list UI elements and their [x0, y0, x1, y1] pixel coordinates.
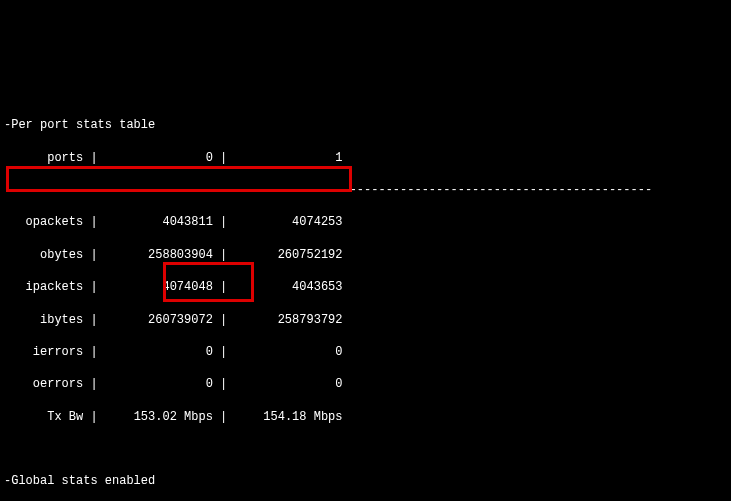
opackets-1: 4074253 [292, 215, 342, 229]
ipackets-label: ipackets [26, 280, 84, 294]
ierrors-label: ierrors [33, 345, 83, 359]
row-txbw: Tx Bw | 153.02 Mbps | 154.18 Mbps [4, 409, 727, 425]
txbw-label: Tx Bw [47, 410, 83, 424]
ierrors-1: 0 [335, 345, 342, 359]
oerrors-label: oerrors [33, 377, 83, 391]
divider: ----------------------------------------… [4, 182, 727, 198]
row-ierrors: ierrors | 0 | 0 [4, 344, 727, 360]
obytes-1: 260752192 [278, 248, 343, 262]
row-ipackets: ipackets | 4074048 | 4043653 [4, 279, 727, 295]
ports-label: ports [47, 151, 83, 165]
txbw-1: 154.18 Mbps [263, 410, 342, 424]
row-oerrors: oerrors | 0 | 0 [4, 376, 727, 392]
port-0-header: 0 [206, 151, 213, 165]
perport-header: ports | 0 | 1 [4, 150, 727, 166]
opackets-label: opackets [26, 215, 84, 229]
ibytes-1: 258793792 [278, 313, 343, 327]
obytes-label: obytes [40, 248, 83, 262]
obytes-0: 258803904 [148, 248, 213, 262]
blank [4, 441, 727, 457]
opackets-0: 4043811 [162, 215, 212, 229]
ipackets-0: 4074048 [162, 280, 212, 294]
txbw-0: 153.02 Mbps [134, 410, 213, 424]
row-opackets: opackets | 4043811 | 4074253 [4, 214, 727, 230]
oerrors-0: 0 [206, 377, 213, 391]
row-obytes: obytes | 258803904 | 260752192 [4, 247, 727, 263]
ierrors-0: 0 [206, 345, 213, 359]
perport-title: -Per port stats table [4, 117, 727, 133]
ipackets-1: 4043653 [292, 280, 342, 294]
row-ibytes: ibytes | 260739072 | 258793792 [4, 312, 727, 328]
global-title: -Global stats enabled [4, 473, 727, 489]
ibytes-label: ibytes [40, 313, 83, 327]
oerrors-1: 0 [335, 377, 342, 391]
port-1-header: 1 [335, 151, 342, 165]
ibytes-0: 260739072 [148, 313, 213, 327]
